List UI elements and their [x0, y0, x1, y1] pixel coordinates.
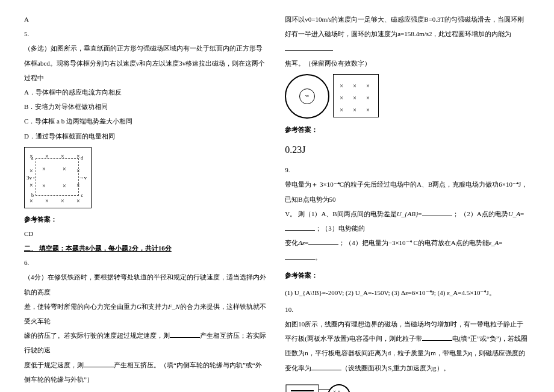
q5-answer: CD	[24, 226, 267, 241]
q5-option-c: C．导体框 a b 边两端电势差大小相同	[24, 114, 267, 128]
q6-stem-3: 缘的挤压了。若实际行驶的速度超过规定速度，则产生相互挤压；若实际行驶的速	[24, 328, 267, 357]
section-2-header: 二、 填空题：本题共8小题，每小题2分，共计16分	[24, 241, 267, 255]
q6-stem-4: 度低于规定速度，则产生相互挤压。（填“内侧车轮的轮缘与内轨”或“外侧车轮的轮缘与…	[24, 358, 267, 387]
q9-line3: 变化Δε=；（4）把电量为−3×10⁻⁴ C的电荷放在A点的电势能ε_A=。	[285, 235, 528, 264]
q8-answer: 0.23J	[285, 139, 528, 160]
capacitor-icon: × × × ×	[285, 379, 357, 392]
q6-number: 6.	[24, 255, 267, 270]
q5-option-d: D．通过导体框截面的电量相同	[24, 129, 267, 143]
blank	[422, 216, 452, 216]
blank	[285, 230, 315, 231]
answer-label: 参考答案：	[285, 122, 528, 137]
letter-a: A	[24, 12, 267, 26]
q5-diagram: ×××× ×× ×× ×××× a d b c ×× ×× 3v← →v	[24, 147, 92, 208]
q8-tail: 焦耳。（保留两位有效数字）	[285, 56, 528, 70]
blank	[285, 50, 333, 51]
blank	[285, 259, 315, 260]
blank	[84, 367, 114, 367]
q10-diagram: × × × × 图 10	[285, 379, 528, 392]
q5-option-a: A．导体框中的感应电流方向相反	[24, 85, 267, 99]
blank	[311, 370, 341, 370]
left-column: A 5. （多选）如图所示，垂直纸面的正方形匀强磁场区域内有一处于纸面内的正方形…	[24, 12, 267, 392]
q5-number: 5.	[24, 26, 267, 41]
q10-stem: 如图10所示，线圈内有理想边界的磁场，当磁场均匀增加吋，有一带电粒子静止于平行板…	[285, 317, 528, 375]
blank	[422, 340, 452, 341]
blank	[170, 337, 200, 338]
q9-answer: (1) U_{A\!B}=-200V; (2) U_A=-150V; (3) Δ…	[285, 285, 528, 300]
q6-stem-2: 差，使转弯时所需的向心力完全由重力G和支持力F_N的合力来提供，这样铁轨就不受火…	[24, 299, 267, 328]
right-column: 圆环以v0=10m/s的速度向一足够大、磁感应强度B=0.3T的匀强磁场滑去，当…	[285, 12, 528, 392]
answer-label: 参考答案：	[285, 268, 528, 282]
svg-text:× ×: × ×	[333, 388, 340, 392]
answer-label: 参考答案：	[24, 212, 267, 226]
q9-number: 9.	[285, 163, 528, 177]
q9-line2: V。 则（1）A、B间两点间的电势差是U_{AB}=； （2）A点的电势U_A=…	[285, 207, 528, 235]
q9-line1: 带电量为＋ 3×10⁻⁴C的粒子先后经过电场中的A、B两点，克服电场力做功6×1…	[285, 177, 528, 206]
q10-number: 10.	[285, 302, 528, 317]
q8-cont: 圆环以v0=10m/s的速度向一足够大、磁感应强度B=0.3T的匀强磁场滑去，当…	[285, 12, 528, 56]
q5-stem: （多选）如图所示，垂直纸面的正方形匀强磁场区域内有一处于纸面内的正方形导体框ab…	[24, 41, 267, 85]
blank	[308, 244, 338, 245]
q8-diagram: v₀ ××× ××× ×××	[285, 74, 528, 119]
q6-stem-1: （4分）在修筑铁路时，要根据转弯处轨道的半径和规定的行驶速度，适当选择内外轨的高…	[24, 270, 267, 299]
q5-option-b: B．安培力对导体框做功相同	[24, 99, 267, 114]
